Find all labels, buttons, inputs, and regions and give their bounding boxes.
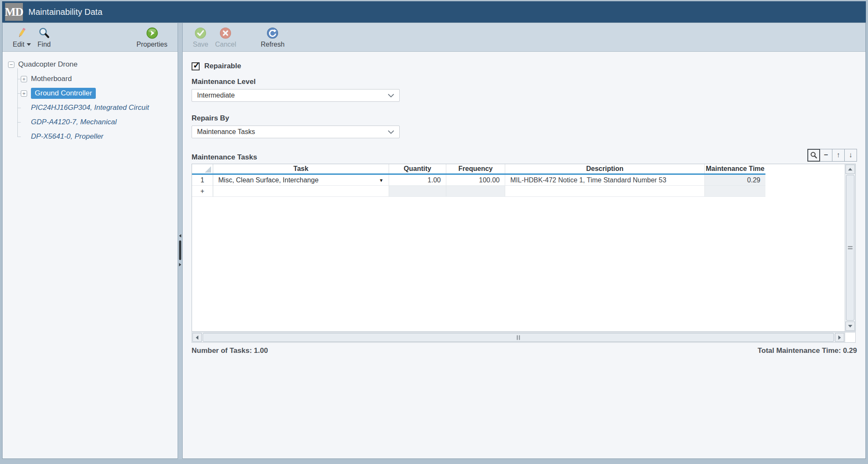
vertical-scroll-thumb[interactable] [846, 175, 854, 321]
left-toolbar: Edit Find [3, 23, 178, 52]
magnifier-icon [38, 27, 50, 39]
empty-maintenance-time-cell [705, 186, 765, 197]
maintainability-form: ✓ Repairable Maintenance Level Intermedi… [183, 52, 865, 458]
title-bar: MD Maintainability Data [2, 1, 866, 22]
refresh-button[interactable]: Refresh [257, 23, 288, 51]
maintenance-time-cell: 0.29 [705, 175, 765, 186]
maintenance-level-label: Maintenance Level [192, 78, 857, 86]
column-header-description[interactable]: Description [505, 164, 705, 173]
description-cell[interactable]: MIL-HDBK-472 Notice 1, Time Standard Num… [505, 175, 705, 186]
scrollbar-corner [845, 332, 856, 343]
maintenance-tasks-label: Maintenance Tasks [192, 153, 257, 162]
quantity-cell[interactable]: 1.00 [389, 175, 446, 186]
column-header-maintenance-time[interactable]: Maintenance Time [705, 164, 765, 173]
cancel-button[interactable]: Cancel [211, 23, 239, 51]
empty-frequency-cell [446, 186, 505, 197]
go-arrow-icon [146, 27, 159, 39]
table-row: 1 Misc, Clean Surface, Interchange ▼ 1.0… [192, 175, 855, 186]
grid-search-button[interactable] [807, 149, 820, 162]
tree-item-label[interactable]: Motherboard [31, 75, 72, 83]
thumb-grip-icon [517, 335, 520, 340]
expand-expander-icon[interactable]: + [21, 90, 27, 97]
right-toolbar: Save Cancel [183, 23, 865, 52]
horizontal-scrollbar-row [192, 332, 856, 343]
maintenance-level-select[interactable]: Intermediate [192, 89, 400, 102]
tree-item-label-selected[interactable]: Ground Controller [31, 88, 96, 99]
scroll-down-button[interactable] [846, 321, 855, 331]
arrow-down-icon: ↓ [849, 151, 853, 159]
repairable-label: Repairable [204, 62, 241, 70]
tree-item-label[interactable]: GDP-A4120-7, Mechanical [31, 118, 117, 126]
properties-button[interactable]: Properties [133, 23, 171, 51]
tree-item-label[interactable]: PIC24HJ16GP304, Integrated Circuit [31, 103, 149, 112]
expand-expander-icon[interactable]: + [21, 76, 27, 82]
grid-toolbar: − ↑ ↓ [808, 149, 857, 162]
empty-description-cell[interactable] [505, 186, 705, 197]
triangle-down-icon [848, 325, 852, 327]
caret-down-icon [27, 43, 31, 46]
refresh-icon [266, 27, 279, 39]
save-button[interactable]: Save [189, 23, 211, 51]
properties-button-label: Properties [136, 41, 167, 48]
arrow-up-icon: ↑ [837, 151, 840, 159]
add-row-button[interactable]: + [192, 186, 213, 197]
empty-task-cell[interactable] [213, 186, 389, 197]
vertical-scrollbar[interactable] [845, 164, 855, 331]
repairs-by-value: Maintenance Tasks [197, 128, 255, 136]
edit-button[interactable]: Edit [9, 23, 34, 51]
horizontal-scroll-track[interactable] [203, 333, 834, 342]
horizontal-scrollbar[interactable] [192, 332, 845, 343]
tree-item-gdp-a4120-7[interactable]: GDP-A4120-7, Mechanical [11, 115, 174, 129]
combo-arrow-icon[interactable]: ▼ [379, 178, 384, 183]
tree-item-ground-controller[interactable]: + Ground Controller [11, 86, 174, 101]
main-split: Edit Find [2, 22, 866, 459]
triangle-right-icon [838, 335, 841, 340]
task-cell[interactable]: Misc, Clean Surface, Interchange ▼ [213, 175, 389, 186]
splitter-handle-icon[interactable] [179, 234, 181, 266]
structure-panel: Edit Find [2, 22, 178, 459]
grid-remove-row-button[interactable]: − [820, 149, 832, 162]
tree-children: + Motherboard + Ground Controller PIC24H… [11, 72, 174, 144]
edit-button-label: Edit [13, 41, 25, 48]
tree-item-dp-x5641-0[interactable]: DP-X5641-0, Propeller [11, 129, 174, 144]
refresh-button-label: Refresh [261, 41, 284, 48]
column-header-task[interactable]: Task [213, 164, 389, 173]
chevron-down-icon [388, 94, 394, 98]
repairable-checkbox[interactable]: ✓ [192, 62, 200, 70]
tree-item-label[interactable]: Quadcopter Drone [18, 60, 78, 69]
find-button[interactable]: Find [34, 23, 54, 51]
select-all-corner[interactable] [192, 164, 213, 173]
thumb-grip-icon [848, 246, 853, 249]
empty-quantity-cell [389, 186, 446, 197]
table-footer: Number of Tasks: 1.00 Total Maintenance … [192, 347, 857, 355]
checkmark-icon: ✓ [193, 60, 200, 70]
save-button-label: Save [193, 41, 208, 48]
grid-move-up-button[interactable]: ↑ [832, 149, 845, 162]
repairs-by-select[interactable]: Maintenance Tasks [192, 126, 400, 138]
total-maintenance-time: Total Maintenance Time: 0.29 [757, 347, 857, 355]
tree-item-motherboard[interactable]: + Motherboard [11, 72, 174, 86]
triangle-left-icon [196, 335, 198, 340]
task-value: Misc, Clean Surface, Interchange [218, 176, 319, 184]
tree-item-pic24hj16gp304[interactable]: PIC24HJ16GP304, Integrated Circuit [11, 101, 174, 115]
tree-item-label[interactable]: DP-X5641-0, Propeller [31, 132, 103, 141]
search-icon [810, 151, 818, 159]
app-window: MD Maintainability Data [0, 0, 868, 464]
tree-item-quadcopter-drone[interactable]: − Quadcopter Drone [8, 57, 174, 72]
product-tree: − Quadcopter Drone + Motherboard + Groun… [3, 52, 178, 458]
frequency-cell[interactable]: 100.00 [446, 175, 505, 186]
horizontal-scroll-thumb[interactable] [203, 333, 834, 342]
grid-move-down-button[interactable]: ↓ [844, 149, 857, 162]
panel-splitter[interactable] [178, 22, 183, 459]
scroll-up-button[interactable] [846, 165, 855, 174]
scroll-right-button[interactable] [835, 333, 844, 342]
row-number[interactable]: 1 [192, 175, 213, 186]
maintenance-tasks-table: Task Quantity Frequency Description Main… [192, 164, 856, 332]
collapse-expander-icon[interactable]: − [8, 61, 14, 68]
repairs-by-label: Repairs By [192, 114, 857, 123]
add-task-row: + [192, 186, 855, 197]
column-header-quantity[interactable]: Quantity [389, 164, 446, 173]
chevron-down-icon [388, 130, 394, 134]
scroll-left-button[interactable] [192, 333, 202, 342]
column-header-frequency[interactable]: Frequency [446, 164, 505, 173]
